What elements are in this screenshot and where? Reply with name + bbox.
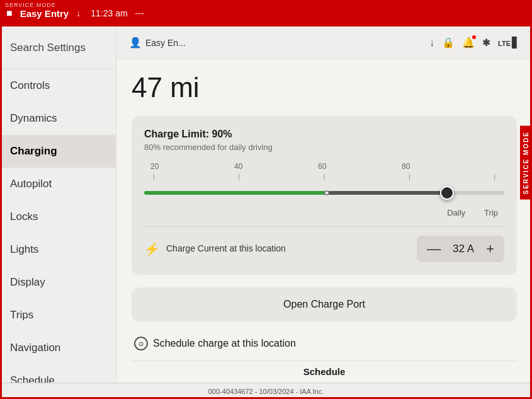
tick-80: 80 <box>402 162 410 171</box>
slider-thumb[interactable] <box>440 186 454 200</box>
service-mode-right: SERVICE MODE <box>520 126 532 200</box>
lte-label: LTE <box>498 40 511 47</box>
sidebar-item-charging[interactable]: Charging <box>0 135 116 168</box>
sidebar-item-navigation[interactable]: Navigation <box>0 332 116 364</box>
slider-fill-dark <box>324 191 454 195</box>
search-settings-label[interactable]: Search Settings <box>0 26 116 69</box>
charge-card: Charge Limit: 90% 80% recommended for da… <box>132 116 517 275</box>
slider-fill-green <box>144 191 324 195</box>
camera-icon: ■ <box>6 8 13 19</box>
person-icon: 👤 <box>129 37 142 49</box>
bluetooth-icon: ✱ <box>482 37 490 49</box>
download-icon: ↓ <box>76 8 81 18</box>
sidebar-item-trips[interactable]: Trips <box>0 299 116 332</box>
signal-bars-icon: ▋ <box>512 37 519 49</box>
sidebar-item-controls[interactable]: Controls <box>0 69 116 102</box>
slider-labels: Daily Trip <box>144 208 504 217</box>
sidebar-item-lights[interactable]: Lights <box>0 233 116 266</box>
sidebar-item-locks[interactable]: Locks <box>0 200 116 233</box>
user-label: Easy En... <box>145 38 186 48</box>
charge-current-left: ⚡ Charge Current at this location <box>144 240 286 258</box>
content-header: 👤 Easy En... ↓ 🔒 🔔 ✱ LTE ▋ <box>116 26 532 59</box>
sidebar: Search Settings Controls Dynamics Chargi… <box>0 26 116 399</box>
lte-signal: LTE ▋ <box>498 37 519 49</box>
slider-ticks: 20 40 60 80 100 <box>144 162 504 171</box>
status-separator: --- <box>135 8 144 18</box>
charge-limit-subtitle: 80% recommended for daily driving <box>144 142 504 152</box>
tick-20: 20 <box>150 162 159 171</box>
range-display: 47 mi <box>132 72 517 103</box>
charge-limit-title: Charge Limit: 90% <box>144 129 504 140</box>
tick-60: 60 <box>318 162 326 171</box>
charge-current-value: 32 A <box>451 243 476 255</box>
charge-current-label: Charge Current at this location <box>166 243 286 255</box>
sidebar-item-display[interactable]: Display <box>0 266 116 299</box>
schedule-charge-row[interactable]: ⊙ Schedule charge at this location <box>132 332 517 356</box>
charge-slider-container[interactable]: 20 40 60 80 100 | | | | | <box>144 162 504 217</box>
tick-marks: | | | | | <box>144 173 504 180</box>
slider-daily-dot <box>324 190 329 195</box>
schedule-bottom-label: Schedule <box>132 361 517 377</box>
sidebar-item-dynamics[interactable]: Dynamics <box>0 102 116 135</box>
status-time: 11:23 am <box>91 8 127 18</box>
footer-text: 000-40434672 - 10/03/2024 - IAA Inc. <box>208 388 324 395</box>
open-charge-port-button[interactable]: Open Charge Port <box>132 287 517 321</box>
sidebar-item-autopilot[interactable]: Autopilot <box>0 168 116 200</box>
user-info: 👤 Easy En... <box>129 37 186 49</box>
content-area: 47 mi Charge Limit: 90% 80% recommended … <box>116 59 532 399</box>
schedule-icon: ⊙ <box>134 337 148 350</box>
footer-bar: 000-40434672 - 10/03/2024 - IAA Inc. <box>0 383 532 399</box>
app-name: Easy Entry <box>20 8 69 19</box>
decrease-current-button[interactable]: — <box>427 241 441 257</box>
daily-label: Daily <box>447 208 465 217</box>
status-bar: SERVICE MODE ■ Easy Entry ↓ 11:23 am --- <box>0 0 532 26</box>
tick-40: 40 <box>234 162 242 171</box>
download-header-icon: ↓ <box>429 37 434 49</box>
schedule-charge-label: Schedule charge at this location <box>153 338 296 349</box>
plug-icon: ⚡ <box>144 240 160 258</box>
header-icons: ↓ 🔒 🔔 ✱ LTE ▋ <box>429 37 519 49</box>
sidebar-nav: Controls Dynamics Charging Autopilot Loc… <box>0 69 116 397</box>
lock-icon: 🔒 <box>442 37 455 49</box>
slider-track <box>144 191 504 195</box>
service-mode-label: SERVICE MODE <box>5 2 56 8</box>
content-wrapper: 👤 Easy En... ↓ 🔒 🔔 ✱ LTE ▋ 47 mi Charge … <box>116 26 532 399</box>
slider-track-wrapper[interactable] <box>144 182 504 204</box>
bell-icon: 🔔 <box>462 37 475 49</box>
trip-label: Trip <box>484 208 498 217</box>
increase-current-button[interactable]: + <box>486 241 494 257</box>
charge-current-row: ⚡ Charge Current at this location — 32 A… <box>144 226 504 262</box>
main-layout: Search Settings Controls Dynamics Chargi… <box>0 26 532 399</box>
charge-current-control: — 32 A + <box>417 236 504 262</box>
